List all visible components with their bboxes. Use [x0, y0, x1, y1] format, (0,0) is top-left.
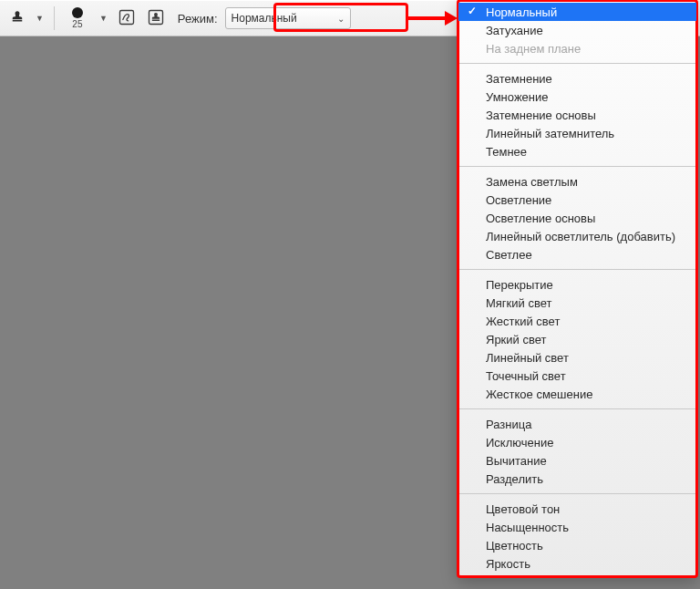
mode-menu-item[interactable]: Точечный свет	[458, 367, 696, 385]
brush-size-label: 25	[72, 19, 82, 29]
svg-rect-0	[119, 10, 133, 24]
mode-menu-item[interactable]: Затухание	[458, 21, 696, 39]
mode-menu-item[interactable]: Исключение	[458, 433, 696, 451]
mode-menu-item[interactable]: Осветление основы	[458, 209, 696, 227]
mode-menu-item[interactable]: Затемнение	[458, 69, 696, 88]
clone-source-icon	[147, 8, 165, 29]
mode-dropdown-menu: НормальныйЗатуханиеНа заднем планеЗатемн…	[458, 0, 697, 577]
mode-menu-item[interactable]: Осветление	[458, 191, 696, 209]
mode-menu-item[interactable]: Жесткое смешение	[458, 385, 696, 403]
menu-separator	[458, 166, 696, 167]
mode-menu-item[interactable]: Цветность	[458, 536, 696, 554]
mode-dropdown[interactable]: Нормальный ⌄	[225, 7, 351, 29]
mode-dropdown-value: Нормальный	[232, 12, 297, 25]
brush-panel-icon	[118, 8, 136, 29]
chevron-down-icon: ⌄	[337, 14, 345, 24]
mode-menu-item[interactable]: Светлее	[458, 245, 696, 264]
mode-menu-item[interactable]: Нормальный	[458, 3, 696, 21]
brush-preset-picker[interactable]: 25	[62, 4, 93, 33]
mode-menu-item[interactable]: Яркий свет	[458, 330, 696, 348]
toggle-brush-panel-button[interactable]	[114, 5, 139, 31]
mode-menu-item[interactable]: Линейный затемнитель	[458, 124, 696, 142]
mode-menu-item[interactable]: Линейный свет	[458, 348, 696, 367]
brush-dot-icon	[72, 7, 83, 18]
mode-menu-item[interactable]: Линейный осветлитель (добавить)	[458, 227, 696, 245]
mode-menu-item[interactable]: Вычитание	[458, 451, 696, 470]
menu-separator	[458, 269, 696, 270]
mode-menu-item[interactable]: Замена светлым	[458, 172, 696, 191]
mode-menu-item[interactable]: Жесткий свет	[458, 312, 696, 330]
toolbar-divider	[54, 6, 55, 30]
mode-menu-item[interactable]: Мягкий свет	[458, 294, 696, 312]
mode-menu-item[interactable]: Темнее	[458, 142, 696, 160]
mode-menu-item[interactable]: Цветовой тон	[458, 500, 696, 518]
mode-menu-item: На заднем плане	[458, 39, 696, 57]
mode-menu-item[interactable]: Насыщенность	[458, 518, 696, 536]
mode-menu-item[interactable]: Разделить	[458, 470, 696, 488]
menu-separator	[458, 493, 696, 494]
mode-menu-item[interactable]: Затемнение основы	[458, 106, 696, 124]
menu-separator	[458, 63, 696, 64]
mode-label: Режим:	[178, 12, 218, 26]
chevron-down-icon[interactable]: ▼	[33, 14, 46, 23]
menu-separator	[458, 408, 696, 409]
mode-menu-item[interactable]: Яркость	[458, 554, 696, 573]
mode-menu-item[interactable]: Умножение	[458, 88, 696, 106]
stamp-icon	[9, 9, 26, 28]
clone-stamp-tool-button[interactable]	[5, 5, 29, 31]
mode-menu-item[interactable]: Разница	[458, 415, 696, 433]
chevron-down-icon[interactable]: ▼	[97, 14, 110, 23]
clone-source-panel-button[interactable]	[143, 5, 169, 31]
mode-menu-item[interactable]: Перекрытие	[458, 275, 696, 294]
